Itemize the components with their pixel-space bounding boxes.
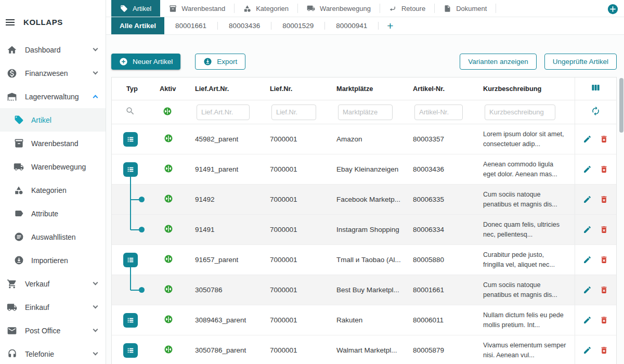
sidebar-item-artikel[interactable]: Artikel	[0, 108, 106, 132]
subtab-article[interactable]: 80003436	[218, 17, 271, 34]
sidebar-item-importieren[interactable]: Importieren	[0, 249, 106, 272]
column-header-typ[interactable]: Typ	[112, 85, 159, 93]
lief-art-nr-filter-input[interactable]	[197, 105, 250, 120]
marktplatz-cell: Tmall и Taobao (Al...	[335, 256, 412, 264]
column-header-kurzbeschreibung[interactable]: Kurzbeschreibung	[482, 85, 575, 93]
column-header-artikel-nr[interactable]: Artikel-Nr.	[412, 85, 482, 93]
unchecked-articles-button[interactable]: Ungeprüfte Artikel	[544, 54, 617, 70]
cart-icon	[6, 279, 18, 289]
menu-icon[interactable]	[5, 18, 16, 27]
lief-nr-cell: 7000001	[269, 346, 335, 354]
active-status-icon[interactable]	[164, 194, 173, 203]
delete-icon[interactable]	[600, 285, 608, 294]
tree-connector-line	[130, 214, 131, 230]
add-tab-button[interactable]	[607, 4, 618, 15]
marktplatz-cell: Walmart Marketpl...	[335, 346, 412, 354]
app-logo: KOLLAPS	[23, 18, 63, 27]
category-icon	[243, 5, 251, 12]
add-subtab-button[interactable]: +	[379, 17, 401, 34]
tab-retoure[interactable]: Retoure	[380, 0, 434, 17]
column-header-lief-art-nr[interactable]: Lief.Art.Nr.	[194, 85, 269, 93]
active-status-icon[interactable]	[164, 224, 173, 233]
artikel-nr-filter-input[interactable]	[414, 105, 463, 120]
tab-artikel[interactable]: Artikel	[111, 0, 160, 17]
active-status-icon[interactable]	[164, 164, 173, 173]
kurzbeschreibung-cell: Donec quam felis, ultricies nec, pellent…	[482, 220, 575, 240]
lief-art-nr-cell: 91491	[194, 226, 269, 233]
delete-icon[interactable]	[600, 135, 608, 144]
flip-active-icon[interactable]	[163, 109, 172, 118]
columns-icon[interactable]	[591, 83, 601, 95]
subtab-alle-artikel[interactable]: Alle Artikel	[111, 17, 164, 34]
sidebar-item-auswahllisten[interactable]: Auswahllisten	[0, 225, 106, 249]
delete-icon[interactable]	[600, 255, 608, 264]
edit-icon[interactable]	[583, 346, 592, 355]
chevron-down-icon	[93, 280, 98, 285]
delete-icon[interactable]	[600, 165, 608, 174]
active-status-icon[interactable]	[164, 345, 173, 354]
marktplatz-cell: Ebay Kleinanzeigen	[335, 165, 412, 173]
filter-row	[112, 100, 616, 124]
refresh-icon[interactable]	[591, 106, 601, 118]
edit-icon[interactable]	[583, 225, 592, 234]
tab-warenbestand[interactable]: Warenbestand	[160, 0, 234, 17]
tab-label: Warenbewegung	[320, 5, 371, 12]
edit-icon[interactable]	[583, 165, 592, 174]
delete-icon[interactable]	[600, 316, 608, 324]
vertical-scrollbar[interactable]	[619, 78, 623, 133]
delete-icon[interactable]	[600, 346, 608, 355]
active-status-icon[interactable]	[164, 284, 173, 294]
kurzbeschreibung-filter-input[interactable]	[485, 105, 555, 120]
sidebar-item-finanzwesen[interactable]: Finanzwesen	[0, 61, 106, 85]
edit-icon[interactable]	[583, 255, 592, 264]
lief-nr-cell: 7000001	[269, 286, 335, 294]
tab-kategorien[interactable]: Kategorien	[235, 0, 297, 17]
lief-nr-cell: 7000001	[269, 256, 335, 264]
edit-icon[interactable]	[583, 135, 592, 144]
show-variants-button[interactable]: Varianten anzeigen	[460, 54, 536, 70]
subtab-article[interactable]: 80000941	[325, 17, 378, 34]
lief-nr-filter-input[interactable]	[271, 105, 316, 120]
active-status-icon[interactable]	[164, 134, 173, 143]
sidebar-item-kategorien[interactable]: Kategorien	[0, 178, 106, 202]
sidebar-item-telefonie[interactable]: Telefonie	[0, 342, 106, 364]
aktiv-cell	[159, 284, 194, 295]
subtab-label: 80001529	[282, 22, 314, 30]
column-header-marktplaetze[interactable]: Marktplätze	[335, 85, 412, 93]
subtab-label: 80000941	[336, 22, 367, 30]
row-actions	[575, 215, 616, 244]
column-header-lief-nr[interactable]: Lief.Nr.	[269, 85, 335, 93]
sidebar-item-einkauf[interactable]: Einkauf	[0, 295, 106, 319]
subtab-article[interactable]: 80001661	[164, 17, 217, 34]
new-article-button[interactable]: Neuer Artikel	[111, 54, 180, 70]
marktplatz-cell: Instagram Shopping	[335, 226, 412, 233]
subtab-article[interactable]: 80001529	[271, 17, 324, 34]
delete-icon[interactable]	[600, 195, 608, 204]
sidebar-item-dashboard[interactable]: Dashboard	[0, 38, 106, 61]
tree-connector-line	[130, 177, 131, 185]
active-status-icon[interactable]	[164, 254, 173, 264]
edit-icon[interactable]	[583, 285, 592, 294]
active-status-icon[interactable]	[164, 315, 173, 324]
tab-warenbewegung[interactable]: Warenbewegung	[298, 0, 380, 17]
sidebar-item-post-office[interactable]: Post Office	[0, 319, 106, 342]
filter-lief-nr	[269, 105, 335, 120]
search-icon[interactable]	[125, 109, 135, 118]
sidebar-item-verkauf[interactable]: Verkauf	[0, 272, 106, 295]
row-actions	[575, 305, 616, 335]
sidebar-item-lagerverwaltung[interactable]: Lagerverwaltung	[0, 85, 106, 108]
delete-icon[interactable]	[600, 225, 608, 234]
edit-icon[interactable]	[583, 195, 592, 204]
marktplaetze-filter-input[interactable]	[338, 105, 393, 120]
tree-connector-line	[130, 275, 131, 290]
sidebar-item-attribute[interactable]: Attribute	[0, 202, 106, 225]
tab-dokument[interactable]: Dokument	[435, 0, 496, 17]
mail-icon	[6, 326, 18, 336]
edit-icon[interactable]	[583, 316, 592, 324]
sidebar-item-warenbewegung[interactable]: Warenbewegung	[0, 155, 106, 178]
export-button[interactable]: Export	[195, 54, 245, 70]
column-header-aktiv[interactable]: Aktiv	[159, 85, 194, 93]
sidebar-item-warenbestand[interactable]: Warenbestand	[0, 132, 106, 155]
archive-icon	[169, 5, 177, 12]
chevron-down-icon	[93, 327, 98, 332]
